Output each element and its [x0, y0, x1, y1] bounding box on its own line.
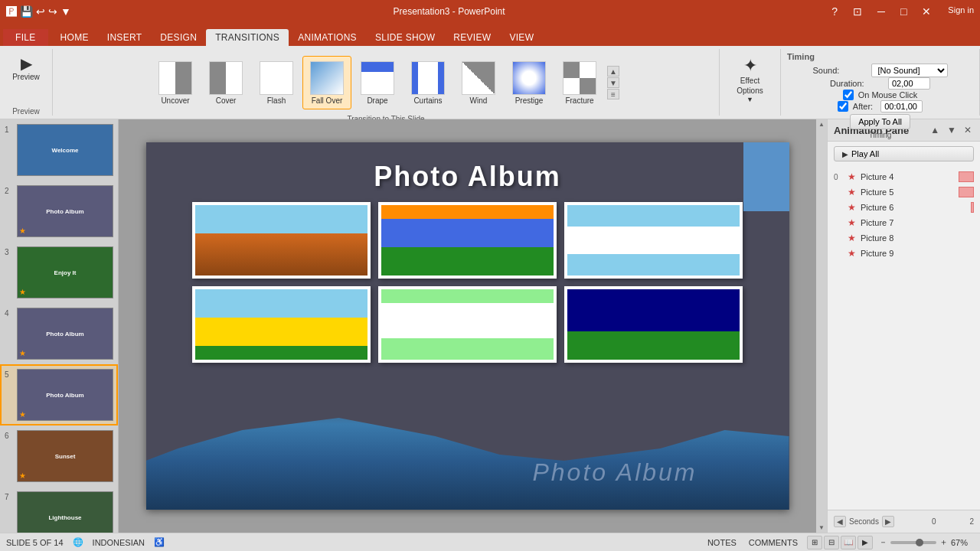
anim-row-2[interactable]: ★Picture 6 [828, 200, 980, 215]
slide-star-3: ★ [19, 288, 26, 296]
transition-uncover[interactable]: Uncover [151, 56, 200, 109]
scroll-down[interactable]: ▼ [607, 77, 619, 88]
comments-button[interactable]: COMMENTS [746, 537, 801, 548]
tab-insert[interactable]: INSERT [98, 29, 152, 46]
view-buttons: ⊞ ⊟ 📖 ▶ [807, 536, 873, 549]
save-icon[interactable]: 💾 [20, 5, 33, 18]
undo-icon[interactable]: ↩ [36, 5, 45, 18]
photo-comet [564, 286, 743, 363]
slide-thumb-1[interactable]: 1Welcome [0, 119, 118, 181]
sound-select[interactable]: [No Sound] [871, 64, 948, 77]
tab-review[interactable]: REVIEW [444, 29, 500, 46]
photo-comet-inner [567, 289, 740, 360]
canvas-vertical-scrollbar[interactable]: ▲ ▼ [816, 119, 827, 533]
photo-penguins [564, 202, 743, 279]
customize-icon[interactable]: ▼ [60, 5, 71, 18]
play-all-label: Play All [851, 149, 879, 158]
after-checkbox[interactable] [838, 101, 848, 112]
language-indicator: 🌐 [73, 537, 83, 547]
anim-star-3: ★ [848, 217, 856, 228]
apply-to-all-button[interactable]: Apply To All [850, 114, 910, 129]
slide-thumb-4[interactable]: 4★Photo Album [0, 303, 118, 364]
anim-star-0: ★ [848, 171, 856, 182]
play-all-button[interactable]: ▶ Play All [834, 146, 974, 161]
anim-row-3[interactable]: ★Picture 7 [828, 215, 980, 230]
after-input[interactable] [880, 100, 923, 112]
transition-fracture[interactable]: Fracture [555, 56, 604, 109]
scroll-more[interactable]: ≡ [607, 89, 619, 99]
scroll-up-arrow[interactable]: ▲ [818, 121, 825, 128]
zoom-thumb[interactable] [916, 539, 923, 546]
effect-options-button[interactable]: ✦ EffectOptions ▼ [733, 52, 766, 107]
slide-thumb-6[interactable]: 6★Sunset [0, 425, 118, 487]
tab-view[interactable]: VIEW [500, 29, 543, 46]
transition-cover[interactable]: Cover [201, 56, 250, 109]
slide-thumb-2[interactable]: 2★Photo Album [0, 181, 118, 242]
timeline-right[interactable]: ▶ [882, 516, 894, 527]
help-btn[interactable]: ? [827, 5, 842, 18]
anim-row-4[interactable]: ★Picture 8 [828, 230, 980, 246]
duration-label: Duration: [830, 79, 884, 88]
transition-icon-drape [361, 61, 394, 95]
redo-icon[interactable]: ↪ [48, 5, 57, 18]
reading-view-btn[interactable]: 📖 [841, 536, 856, 549]
tab-design[interactable]: DESIGN [151, 29, 206, 46]
transition-prestige[interactable]: Prestige [505, 56, 554, 109]
transition-fallover[interactable]: Fall Over [302, 56, 351, 109]
timeline-left[interactable]: ◀ [834, 516, 846, 527]
transition-curtains[interactable]: Curtains [403, 56, 452, 109]
notes-button[interactable]: NOTES [704, 537, 740, 548]
blue-accent-rect [743, 142, 789, 211]
zoom-out[interactable]: － [879, 536, 887, 548]
restore-btn[interactable]: ⊡ [848, 5, 867, 18]
fall-wave-text: Photo Album [532, 458, 697, 487]
slide-thumb-3[interactable]: 3★Enjoy It [0, 242, 118, 303]
transition-icon-uncover [158, 61, 192, 95]
fall-over-wave [146, 387, 789, 510]
transition-icon-fallover [310, 61, 344, 95]
anim-row-1[interactable]: ★Picture 5 [828, 184, 980, 200]
slide-preview-label-7: Lighthouse [18, 492, 113, 533]
preview-content: ▶ Preview [5, 49, 47, 106]
tab-file[interactable]: FILE [3, 29, 48, 46]
photo-penguins-inner [567, 205, 740, 276]
minimize-btn[interactable]: ─ [873, 5, 890, 18]
slide-thumb-7[interactable]: 7★Lighthouse [0, 487, 118, 533]
mouse-click-checkbox[interactable] [843, 90, 854, 100]
slide-star-2: ★ [19, 227, 26, 235]
normal-view-btn[interactable]: ⊞ [807, 536, 822, 549]
tab-animations[interactable]: ANIMATIONS [289, 29, 366, 46]
zoom-in[interactable]: ＋ [939, 536, 948, 548]
window-controls: ? ⊡ ─ □ ✕ Sign in [827, 5, 974, 18]
window-title: Presentation3 - PowerPoint [71, 6, 827, 17]
close-btn[interactable]: ✕ [917, 5, 936, 18]
tab-home[interactable]: HOME [51, 29, 98, 46]
preview-button[interactable]: ▶ Preview [5, 52, 47, 85]
transition-icon-flash [260, 61, 293, 95]
grid-view-btn[interactable]: ⊟ [824, 536, 839, 549]
scroll-up[interactable]: ▲ [607, 66, 619, 77]
transition-label-fallover: Fall Over [312, 96, 343, 105]
transition-label-wind: Wind [470, 96, 488, 105]
scroll-down-arrow[interactable]: ▼ [818, 524, 825, 531]
maximize-btn[interactable]: □ [896, 5, 911, 18]
effect-chevron: ▼ [746, 96, 753, 103]
slideshow-view-btn[interactable]: ▶ [858, 536, 873, 549]
slide-title: Photo Album [146, 142, 789, 202]
preview-group-label: Preview [5, 106, 47, 116]
transition-drape[interactable]: Drape [353, 56, 402, 109]
anim-row-0[interactable]: 0★Picture 4 [828, 169, 980, 184]
slide-preview-2: ★Photo Album [17, 185, 113, 237]
transition-wind[interactable]: Wind [454, 56, 503, 109]
slide-thumb-5[interactable]: 5★Photo Album [0, 364, 118, 425]
zoom-slider[interactable] [890, 541, 936, 544]
duration-input[interactable] [888, 77, 930, 90]
tab-transitions[interactable]: TRANSITIONS [206, 29, 289, 46]
slide-preview-label-3: Enjoy It [18, 247, 113, 298]
zoom-controls: － ＋ 67% [879, 536, 974, 548]
sign-in-btn[interactable]: Sign in [948, 5, 974, 18]
tab-slideshow[interactable]: SLIDE SHOW [366, 29, 444, 46]
transition-flash[interactable]: Flash [252, 56, 301, 109]
anim-row-5[interactable]: ★Picture 9 [828, 246, 980, 261]
preview-group: ▶ Preview Preview [0, 49, 53, 116]
